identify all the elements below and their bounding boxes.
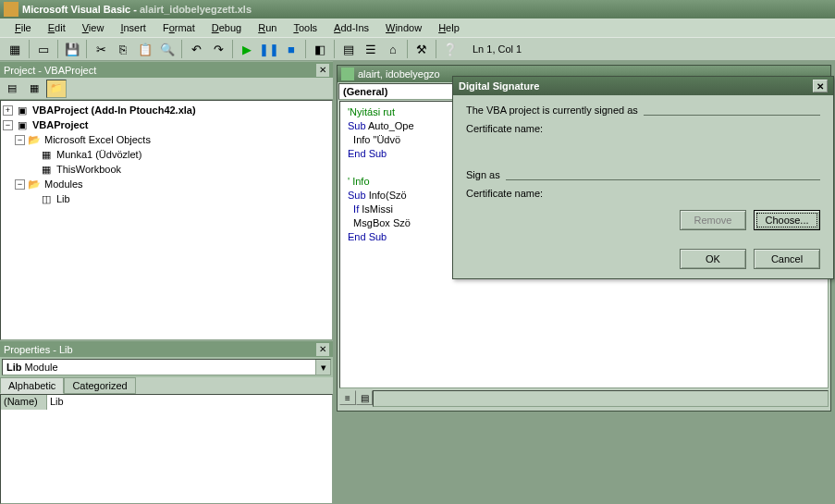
titlebar-text: Microsoft Visual Basic - alairt_idobelye… [22, 4, 831, 15]
tree-toggle[interactable]: − [15, 179, 25, 190]
project-toolbar: ▤ ▦ 📁 [0, 78, 333, 100]
tool-find-icon[interactable]: 🔍 [157, 39, 178, 59]
menu-view[interactable]: View [75, 20, 112, 35]
dialog-close-icon[interactable]: ✕ [813, 80, 828, 92]
menubar: File Edit View Insert Format Debug Run T… [0, 18, 835, 37]
choose-button[interactable]: Choose... [754, 210, 820, 230]
project-panel-close-icon[interactable]: ✕ [316, 64, 329, 77]
dialog-titlebar[interactable]: Digital Signature ✕ [453, 77, 833, 95]
sign-as-value [506, 169, 820, 180]
view-code-icon[interactable]: ▤ [2, 80, 22, 98]
tree-toggle[interactable]: + [3, 105, 13, 116]
tool-save-icon[interactable]: 💾 [62, 39, 82, 59]
module-icon: ◫ [39, 192, 54, 205]
full-module-view-icon[interactable]: ▤ [356, 390, 373, 405]
tool-redo-icon[interactable]: ↷ [208, 39, 228, 59]
menu-format[interactable]: Format [155, 20, 203, 35]
menu-addins[interactable]: Add-Ins [326, 20, 376, 35]
menu-file[interactable]: File [7, 20, 39, 35]
tool-excel-icon[interactable]: ▦ [5, 39, 25, 59]
tool-props-icon[interactable]: ☰ [361, 39, 381, 59]
menu-window[interactable]: Window [378, 20, 429, 35]
toggle-folders-icon[interactable]: 📁 [46, 80, 67, 98]
remove-button: Remove [680, 210, 746, 230]
tree-project[interactable]: VBAProject (Add-In Ptouch42.xla) [32, 104, 196, 116]
tree-workbook[interactable]: ThisWorkbook [56, 164, 121, 175]
tree-toggle[interactable]: − [15, 135, 25, 145]
procedure-view-icon[interactable]: ≡ [339, 390, 356, 405]
tool-help-icon[interactable]: ❔ [440, 39, 460, 59]
project-panel-header: Project - VBAProject ✕ [0, 61, 333, 78]
folder-icon: 📂 [27, 178, 42, 191]
cert-name-label-2: Certificate name: [466, 188, 543, 199]
view-object-icon[interactable]: ▦ [24, 80, 44, 98]
signed-as-label: The VBA project is currently signed as [466, 104, 638, 116]
cert-name-label: Certificate name: [466, 123, 543, 134]
tab-alphabetic[interactable]: Alphabetic [0, 377, 64, 394]
project-tree[interactable]: +▣VBAProject (Add-In Ptouch42.xla) −▣VBA… [0, 100, 333, 340]
menu-run[interactable]: Run [251, 20, 284, 35]
tree-toggle[interactable]: − [3, 120, 13, 130]
properties-panel-close-icon[interactable]: ✕ [316, 343, 329, 356]
properties-panel-header: Properties - Lib ✕ [0, 340, 333, 357]
sign-as-label: Sign as [466, 169, 500, 180]
tool-paste-icon[interactable]: 📋 [135, 39, 155, 59]
menu-tools[interactable]: Tools [286, 20, 325, 35]
properties-grid[interactable]: (Name) Lib [0, 394, 333, 504]
folder-icon: 📂 [27, 133, 42, 146]
cancel-button[interactable]: Cancel [754, 249, 820, 269]
tool-run-icon[interactable]: ▶ [237, 39, 257, 59]
property-value[interactable]: Lib [47, 395, 332, 410]
horizontal-scrollbar[interactable] [373, 390, 829, 407]
property-row[interactable]: (Name) Lib [1, 395, 332, 410]
tool-explorer-icon[interactable]: ▤ [338, 39, 359, 59]
sheet-icon: ▦ [39, 148, 54, 161]
signed-as-value [644, 104, 820, 116]
project-icon: ▣ [15, 118, 30, 131]
property-name: (Name) [1, 395, 47, 410]
workbook-icon: ▦ [39, 163, 54, 176]
digital-signature-dialog: Digital Signature ✕ The VBA project is c… [452, 76, 834, 279]
tool-pause-icon[interactable]: ❚❚ [259, 39, 279, 59]
app-icon [4, 2, 18, 17]
tree-folder[interactable]: Modules [44, 178, 83, 190]
properties-tabs: Alphabetic Categorized [0, 377, 333, 394]
module-icon [341, 68, 354, 80]
tool-cut-icon[interactable]: ✂ [91, 39, 111, 59]
tree-folder[interactable]: Microsoft Excel Objects [44, 134, 151, 145]
cursor-position: Ln 1, Col 1 [467, 43, 527, 55]
tool-copy-icon[interactable]: ⎘ [113, 39, 133, 59]
menu-insert[interactable]: Insert [113, 20, 153, 35]
titlebar: Microsoft Visual Basic - alairt_idobelye… [0, 0, 835, 18]
tool-design-icon[interactable]: ◧ [310, 39, 330, 59]
tool-toolbox-icon[interactable]: ⚒ [411, 39, 432, 59]
tool-insert-icon[interactable]: ▭ [33, 39, 54, 59]
tab-categorized[interactable]: Categorized [64, 377, 135, 394]
tool-undo-icon[interactable]: ↶ [186, 39, 206, 59]
menu-help[interactable]: Help [431, 20, 467, 35]
tree-module[interactable]: Lib [56, 193, 70, 204]
project-icon: ▣ [15, 104, 30, 117]
tree-sheet[interactable]: Munka1 (Üdvözlet) [56, 149, 141, 160]
ok-button[interactable]: OK [680, 249, 746, 269]
properties-object-combo[interactable]: Lib Module ▾ [2, 359, 331, 375]
menu-debug[interactable]: Debug [204, 20, 249, 35]
toolbar: ▦ ▭ 💾 ✂ ⎘ 📋 🔍 ↶ ↷ ▶ ❚❚ ■ ◧ ▤ ☰ ⌂ ⚒ ❔ Ln … [0, 37, 835, 61]
tree-project[interactable]: VBAProject [32, 119, 89, 130]
chevron-down-icon[interactable]: ▾ [315, 360, 330, 375]
tool-browser-icon[interactable]: ⌂ [383, 39, 403, 59]
menu-edit[interactable]: Edit [41, 20, 73, 35]
tool-stop-icon[interactable]: ■ [281, 39, 301, 59]
